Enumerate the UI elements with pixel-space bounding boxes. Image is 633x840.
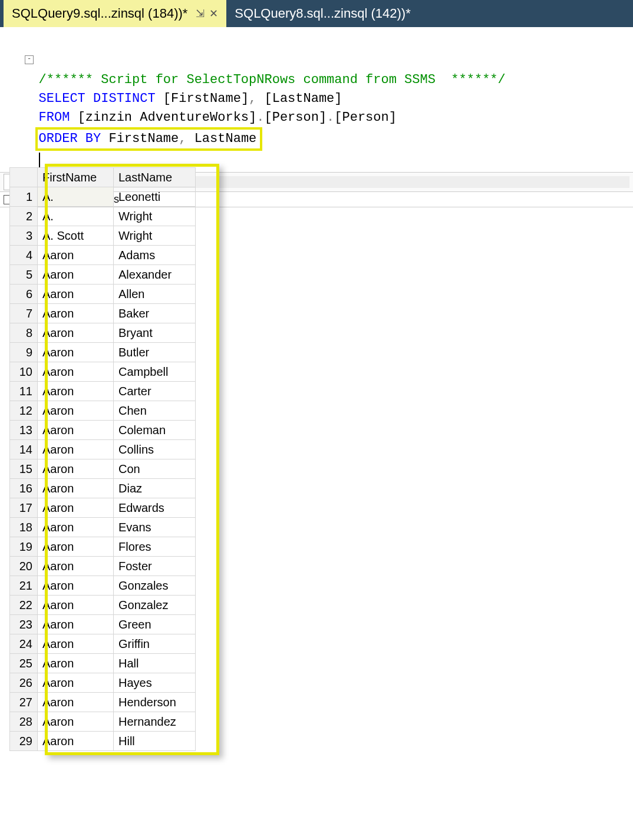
table-row[interactable]: 18AaronEvans [10,518,196,537]
cell-firstname[interactable]: Aaron [38,285,114,304]
row-number[interactable]: 21 [10,576,38,596]
cell-firstname[interactable]: Aaron [38,343,114,362]
row-number[interactable]: 25 [10,654,38,673]
row-number[interactable]: 14 [10,440,38,459]
cell-lastname[interactable]: Baker [114,304,196,323]
table-row[interactable]: 6AaronAllen [10,285,196,304]
row-number[interactable]: 13 [10,421,38,440]
row-number[interactable]: 23 [10,615,38,634]
cell-lastname[interactable]: Green [114,615,196,634]
row-number[interactable]: 3 [10,226,38,246]
table-row[interactable]: 20AaronFoster [10,557,196,576]
cell-firstname[interactable]: Aaron [38,401,114,421]
cell-lastname[interactable]: Flores [114,537,196,557]
cell-lastname[interactable]: Alexander [114,265,196,285]
cell-lastname[interactable]: Gonzalez [114,596,196,615]
table-row[interactable]: 1A.Leonetti [10,187,196,207]
table-row[interactable]: 2A.Wright [10,207,196,226]
table-row[interactable]: 16AaronDiaz [10,479,196,498]
row-number[interactable]: 20 [10,557,38,576]
cell-firstname[interactable]: Aaron [38,265,114,285]
row-number[interactable]: 1 [10,187,38,207]
cell-firstname[interactable]: Aaron [38,479,114,498]
row-number[interactable]: 7 [10,304,38,323]
cell-firstname[interactable]: Aaron [38,732,114,751]
row-number[interactable]: 22 [10,596,38,615]
cell-firstname[interactable]: Aaron [38,498,114,518]
tab-sqlquery8[interactable]: SQLQuery8.sql...zinsql (142))* [226,0,418,27]
cell-lastname[interactable]: Allen [114,285,196,304]
cell-firstname[interactable]: Aaron [38,382,114,401]
row-number[interactable]: 5 [10,265,38,285]
table-row[interactable]: 3A. ScottWright [10,226,196,246]
cell-lastname[interactable]: Wright [114,226,196,246]
cell-lastname[interactable]: Hall [114,654,196,673]
table-row[interactable]: 17AaronEdwards [10,498,196,518]
cell-firstname[interactable]: Aaron [38,362,114,382]
cell-lastname[interactable]: Wright [114,207,196,226]
cell-lastname[interactable]: Con [114,459,196,479]
cell-lastname[interactable]: Leonetti [114,187,196,207]
cell-lastname[interactable]: Coleman [114,421,196,440]
cell-firstname[interactable]: Aaron [38,421,114,440]
cell-firstname[interactable]: Aaron [38,712,114,732]
cell-lastname[interactable]: Foster [114,557,196,576]
table-row[interactable]: 23AaronGreen [10,615,196,634]
cell-lastname[interactable]: Evans [114,518,196,537]
cell-lastname[interactable]: Hill [114,732,196,751]
row-number[interactable]: 27 [10,693,38,712]
row-number[interactable]: 4 [10,246,38,265]
table-row[interactable]: 28AaronHernandez [10,712,196,732]
row-number[interactable]: 8 [10,323,38,343]
cell-lastname[interactable]: Edwards [114,498,196,518]
cell-lastname[interactable]: Hernandez [114,712,196,732]
row-number[interactable]: 16 [10,479,38,498]
cell-lastname[interactable]: Diaz [114,479,196,498]
table-row[interactable]: 13AaronColeman [10,421,196,440]
table-row[interactable]: 5AaronAlexander [10,265,196,285]
table-row[interactable]: 21AaronGonzales [10,576,196,596]
table-row[interactable]: 10AaronCampbell [10,362,196,382]
cell-firstname[interactable]: Aaron [38,304,114,323]
cell-firstname[interactable]: Aaron [38,654,114,673]
row-number[interactable]: 9 [10,343,38,362]
table-row[interactable]: 14AaronCollins [10,440,196,459]
cell-firstname[interactable]: A. [38,187,114,207]
cell-firstname[interactable]: Aaron [38,537,114,557]
sql-editor[interactable]: - /****** Script for SelectTopNRows comm… [0,27,633,172]
table-row[interactable]: 15AaronCon [10,459,196,479]
cell-lastname[interactable]: Gonzales [114,576,196,596]
row-number[interactable]: 12 [10,401,38,421]
header-lastname[interactable]: LastName [114,168,196,187]
row-number[interactable]: 17 [10,498,38,518]
table-row[interactable]: 9AaronButler [10,343,196,362]
cell-lastname[interactable]: Adams [114,246,196,265]
table-row[interactable]: 26AaronHayes [10,673,196,693]
cell-firstname[interactable]: Aaron [38,673,114,693]
cell-lastname[interactable]: Henderson [114,693,196,712]
cell-firstname[interactable]: Aaron [38,323,114,343]
table-row[interactable]: 4AaronAdams [10,246,196,265]
row-number[interactable]: 24 [10,634,38,654]
table-row[interactable]: 12AaronChen [10,401,196,421]
row-number[interactable]: 19 [10,537,38,557]
cell-firstname[interactable]: Aaron [38,596,114,615]
results-grid[interactable]: FirstName LastName 1A.Leonetti2A.Wright3… [9,167,196,751]
table-row[interactable]: 22AaronGonzalez [10,596,196,615]
cell-firstname[interactable]: Aaron [38,440,114,459]
cell-lastname[interactable]: Bryant [114,323,196,343]
close-icon[interactable]: ✕ [209,7,218,20]
row-number[interactable]: 29 [10,732,38,751]
pin-icon[interactable]: ⇲ [196,7,205,20]
cell-firstname[interactable]: Aaron [38,615,114,634]
cell-firstname[interactable]: Aaron [38,459,114,479]
cell-lastname[interactable]: Butler [114,343,196,362]
cell-lastname[interactable]: Chen [114,401,196,421]
row-number[interactable]: 2 [10,207,38,226]
table-row[interactable]: 29AaronHill [10,732,196,751]
table-row[interactable]: 11AaronCarter [10,382,196,401]
cell-firstname[interactable]: Aaron [38,576,114,596]
cell-firstname[interactable]: Aaron [38,246,114,265]
corner-cell[interactable] [10,168,38,187]
row-number[interactable]: 6 [10,285,38,304]
